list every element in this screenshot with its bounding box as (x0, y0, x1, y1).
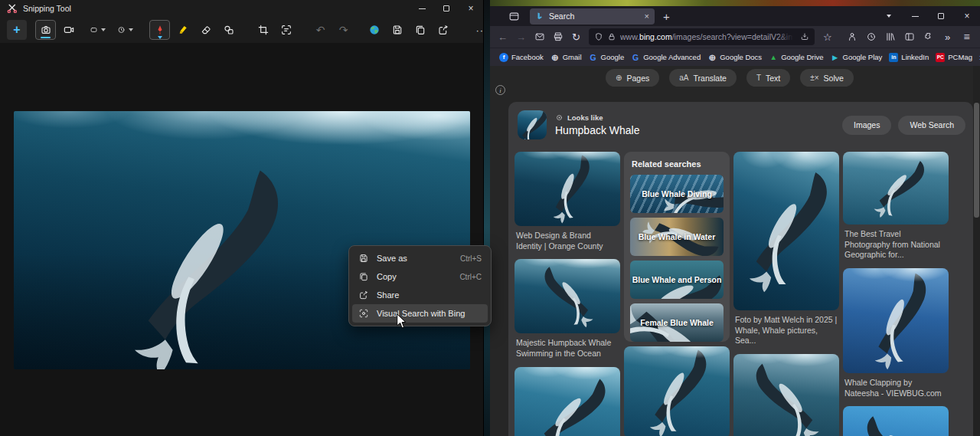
bookmark-google-play[interactable]: ▶Google Play (831, 53, 883, 62)
bookmark-pcmag[interactable]: PCPCMag (936, 53, 972, 62)
scrollbar-thumb[interactable] (974, 103, 979, 218)
context-menu-item-visual-search[interactable]: Visual Search with Bing (352, 304, 488, 323)
query-image-thumbnail[interactable] (518, 110, 547, 139)
bookmark-google-docs[interactable]: ⊕Google Docs (707, 53, 762, 62)
related-search-blue-whale-diving[interactable]: Blue Whale Diving (630, 175, 724, 213)
related-search-blue-whale-and-person[interactable]: Blue Whale and Person (630, 261, 724, 299)
active-tab[interactable]: Search × (530, 8, 655, 25)
result-caption[interactable]: Majestic Humpback Whale Swimming in the … (516, 338, 619, 359)
results-column-4: The Best Travel Photography from Nationa… (843, 152, 949, 436)
visual-search-button[interactable] (364, 20, 384, 40)
bookmark-google-drive[interactable]: ▲Google Drive (769, 53, 823, 62)
page-scrollbar[interactable] (973, 66, 980, 436)
shape-select-dropdown[interactable] (87, 20, 108, 40)
back-button[interactable]: ← (494, 28, 511, 46)
pill-label: Solve (824, 74, 844, 83)
highlighter-tool-button[interactable] (172, 20, 193, 40)
save-page-icon[interactable] (800, 32, 809, 41)
bookmark-google-advanced[interactable]: GGoogle Advanced (631, 53, 701, 62)
bookmark-linkedin[interactable]: inLinkedIn (889, 53, 929, 62)
email-button[interactable] (531, 28, 548, 46)
maximize-button[interactable] (434, 0, 459, 17)
new-tab-button[interactable]: + (663, 10, 670, 23)
result-caption[interactable]: Web Design & Brand Identity | Orange Cou… (516, 231, 619, 251)
overflow-menu-button[interactable]: » (938, 28, 957, 46)
red-pen-icon (154, 24, 166, 36)
browser-toolbar: ← → ↻ www.bing.com/images/search?view=de… (490, 26, 980, 48)
delay-dropdown[interactable] (115, 20, 136, 40)
extensions-button[interactable] (919, 28, 938, 46)
context-menu-item-save-as[interactable]: Save as Ctrl+S (352, 249, 488, 267)
bookmark-gmail[interactable]: ⊕Gmail (550, 53, 582, 62)
record-video-button[interactable] (58, 20, 79, 40)
forward-button[interactable]: → (512, 28, 530, 46)
maximize-button[interactable] (928, 6, 954, 26)
sidebar-button[interactable] (900, 28, 919, 46)
bookmark-star-button[interactable]: ☆ (818, 28, 836, 46)
tracking-shield-icon[interactable] (594, 32, 603, 41)
result-caption[interactable]: Foto by Matt Welch in 2025 | Whale, Whal… (735, 315, 838, 346)
result-image[interactable] (843, 406, 949, 436)
save-button[interactable] (387, 20, 407, 40)
pages-button[interactable]: ⊕Pages (606, 69, 659, 87)
result-caption[interactable]: Whale Clapping by Nateesha - VIEWBUG.com (844, 378, 947, 398)
result-caption[interactable]: The Best Travel Photography from Nationa… (844, 229, 947, 261)
translate-button[interactable]: aATranslate (669, 69, 737, 87)
pen-tool-button[interactable] (149, 20, 170, 40)
close-button[interactable]: × (459, 0, 483, 17)
list-all-tabs-button[interactable] (876, 6, 902, 26)
copy-button[interactable] (410, 20, 430, 40)
text-actions-button[interactable] (276, 20, 296, 40)
close-button[interactable]: × (954, 6, 980, 26)
result-image[interactable] (514, 152, 620, 226)
result-image[interactable] (843, 152, 949, 225)
subject-title: Humpback Whale (555, 124, 640, 136)
bookmark-label: Gmail (563, 53, 582, 61)
shapes-tool-button[interactable] (218, 20, 239, 40)
lock-icon[interactable] (607, 32, 616, 41)
reload-button[interactable]: ↻ (567, 28, 585, 46)
firefox-view-button[interactable] (508, 11, 520, 22)
bookmark-facebook[interactable]: fFacebook (499, 53, 544, 62)
web-search-button[interactable]: Web Search (898, 116, 965, 135)
context-menu-item-copy[interactable]: Copy Ctrl+C (352, 267, 488, 286)
account-button[interactable] (842, 28, 861, 46)
result-image[interactable] (733, 354, 839, 436)
eraser-tool-button[interactable] (195, 20, 216, 40)
new-snip-button[interactable]: + (7, 20, 27, 40)
result-image[interactable] (624, 346, 730, 436)
undo-button[interactable]: ↶ (310, 20, 331, 40)
bookmark-label: PCMag (948, 53, 972, 61)
info-icon[interactable]: i (495, 85, 505, 95)
history-button[interactable] (861, 28, 880, 46)
bookmark-label: Facebook (511, 53, 544, 61)
history-clock-icon (866, 31, 877, 42)
app-menu-button[interactable]: ≡ (957, 28, 976, 46)
share-button[interactable] (433, 20, 453, 40)
result-image[interactable] (843, 268, 949, 373)
solve-button[interactable]: ±×Solve (800, 69, 854, 87)
crop-button[interactable] (253, 20, 273, 40)
snip-mode-button[interactable] (35, 20, 56, 40)
minimize-button[interactable] (410, 0, 434, 17)
related-search-blue-whale-in-water[interactable]: Blue Whale in Water (630, 218, 724, 256)
text-button[interactable]: TText (746, 69, 790, 87)
images-button[interactable]: Images (842, 116, 891, 135)
math-icon: ±× (810, 74, 818, 82)
address-bar[interactable]: www.bing.com/images/search?view=detailV2… (589, 28, 815, 45)
captured-screenshot-whale-photo[interactable] (14, 111, 470, 369)
url-prefix: www. (620, 32, 639, 41)
result-image[interactable] (514, 259, 620, 333)
printer-icon (553, 31, 564, 42)
related-search-female-blue-whale[interactable]: Female Blue Whale (630, 303, 724, 342)
minimize-button[interactable] (902, 6, 928, 26)
bookmark-google[interactable]: GGoogle (589, 53, 625, 62)
result-image[interactable] (514, 367, 620, 436)
refresh-icon: ↻ (572, 31, 580, 43)
print-button[interactable] (549, 28, 567, 46)
context-menu-item-share[interactable]: Share (352, 286, 488, 304)
redo-button[interactable]: ↷ (333, 20, 354, 40)
result-image[interactable] (733, 152, 839, 310)
library-button[interactable] (880, 28, 900, 46)
tab-close-button[interactable]: × (645, 12, 649, 21)
